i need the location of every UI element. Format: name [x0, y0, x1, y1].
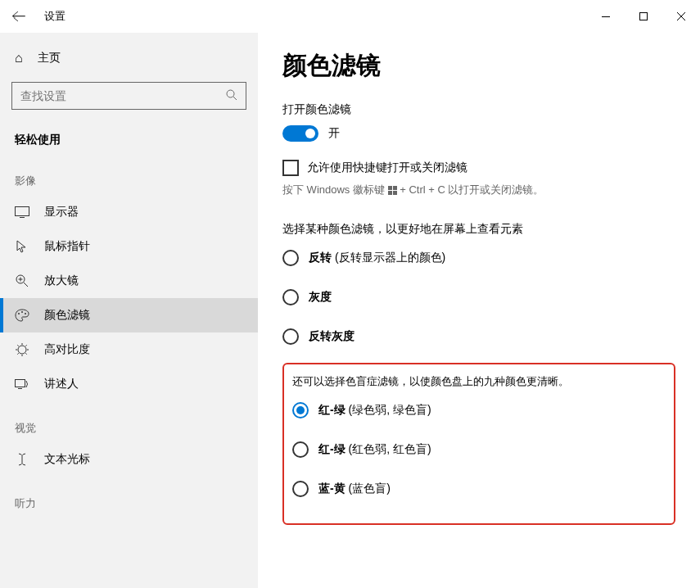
titlebar: 🡠 设置	[0, 0, 700, 33]
page-title: 颜色滤镜	[282, 49, 675, 83]
svg-rect-24	[16, 380, 25, 387]
main-content: 颜色滤镜 打开颜色滤镜 开 允许使用快捷键打开或关闭滤镜 按下 Windows …	[258, 33, 700, 588]
titlebar-left: 🡠 设置	[11, 8, 65, 25]
svg-rect-31	[388, 186, 392, 190]
magnifier-icon	[15, 274, 29, 287]
nav-label: 颜色滤镜	[44, 308, 90, 323]
toggle-row: 开	[282, 125, 675, 142]
svg-point-15	[18, 346, 26, 354]
close-button[interactable]	[662, 3, 700, 29]
radio-inverted[interactable]: 反转 (反转显示器上的颜色)	[282, 250, 675, 266]
svg-rect-0	[602, 16, 610, 17]
radio-label: 蓝-黄 (蓝色盲)	[318, 482, 391, 496]
svg-rect-33	[388, 191, 392, 195]
nav-highcontrast[interactable]: 高对比度	[0, 332, 258, 367]
shortcut-hint: 按下 Windows 徽标键 + Ctrl + C 以打开或关闭滤镜。	[282, 183, 675, 197]
nav-label: 放大镜	[44, 274, 79, 288]
radio-grayscale[interactable]: 灰度	[282, 289, 675, 305]
svg-line-22	[17, 353, 19, 355]
palette-icon	[15, 309, 29, 322]
nav-magnifier[interactable]: 放大镜	[0, 264, 258, 298]
textcursor-icon	[15, 453, 29, 466]
home-icon: ⌂	[15, 51, 23, 66]
svg-rect-1	[640, 13, 648, 20]
windows-logo-icon	[388, 186, 397, 195]
toggle-knob	[305, 129, 315, 138]
sidebar: ⌂ 主页 轻松使用 影像 显示器 鼠标指针 放大镜	[0, 33, 258, 588]
section-visual: 影像	[0, 154, 258, 195]
toggle-section-label: 打开颜色滤镜	[282, 102, 675, 117]
radio-icon	[292, 402, 309, 418]
radio-label: 红-绿 (红色弱, 红色盲)	[318, 442, 431, 457]
radio-icon	[292, 481, 309, 497]
search-box[interactable]	[11, 82, 246, 110]
radio-label: 灰度	[309, 290, 332, 305]
radio-icon	[282, 328, 299, 345]
svg-point-12	[18, 313, 20, 314]
toggle-state-label: 开	[328, 126, 340, 141]
svg-line-27	[19, 454, 21, 455]
nav-label: 显示器	[44, 205, 79, 219]
radio-protanopia[interactable]: 红-绿 (红色弱, 红色盲)	[292, 441, 666, 458]
svg-line-29	[19, 464, 21, 465]
svg-line-23	[25, 345, 27, 346]
radio-icon	[282, 289, 299, 305]
svg-line-9	[24, 283, 28, 287]
svg-line-5	[233, 97, 237, 100]
nav-display[interactable]: 显示器	[0, 195, 258, 229]
nav-label: 鼠标指针	[44, 239, 90, 254]
maximize-button[interactable]	[625, 3, 662, 29]
shortcut-checkbox[interactable]	[282, 160, 299, 176]
radio-icon	[282, 250, 299, 266]
cursor-icon	[15, 240, 29, 253]
display-icon	[15, 206, 29, 218]
colorblind-highlight: 还可以选择色盲症滤镜，以使颜色盘上的九种颜色更清晰。 红-绿 (绿色弱, 绿色盲…	[282, 363, 675, 525]
svg-line-20	[17, 345, 19, 346]
svg-point-13	[21, 311, 23, 313]
back-button[interactable]: 🡠	[11, 8, 26, 25]
nav-label: 讲述人	[44, 377, 79, 391]
section-hearing: 听力	[0, 477, 258, 518]
radio-label: 反转灰度	[309, 329, 355, 344]
nav-cursor[interactable]: 鼠标指针	[0, 229, 258, 264]
section-vision2: 视觉	[0, 401, 258, 442]
radio-deuteranopia[interactable]: 红-绿 (绿色弱, 绿色盲)	[292, 402, 666, 418]
colorblind-desc: 还可以选择色盲症滤镜，以使颜色盘上的九种颜色更清晰。	[292, 374, 666, 389]
nav-textcursor[interactable]: 文本光标	[0, 442, 258, 477]
narrator-icon	[15, 378, 29, 390]
window-controls	[587, 3, 700, 29]
svg-point-14	[25, 313, 26, 314]
nav-narrator[interactable]: 讲述人	[0, 367, 258, 401]
svg-point-4	[227, 90, 234, 97]
radio-label: 反转 (反转显示器上的颜色)	[309, 251, 445, 265]
radio-tritanopia[interactable]: 蓝-黄 (蓝色盲)	[292, 481, 666, 497]
nav-label: 文本光标	[44, 452, 90, 467]
shortcut-checkbox-label: 允许使用快捷键打开或关闭滤镜	[307, 161, 467, 175]
minimize-button[interactable]	[587, 3, 625, 29]
svg-line-21	[25, 353, 27, 355]
search-input[interactable]	[20, 89, 226, 102]
svg-rect-6	[16, 207, 29, 216]
search-icon	[226, 89, 237, 103]
home-label: 主页	[38, 51, 61, 66]
shortcut-checkbox-row: 允许使用快捷键打开或关闭滤镜	[282, 160, 675, 176]
contrast-icon	[15, 343, 29, 356]
home-nav[interactable]: ⌂ 主页	[0, 43, 258, 74]
nav-label: 高对比度	[44, 342, 90, 357]
color-filter-toggle[interactable]	[282, 125, 318, 142]
svg-line-30	[23, 464, 25, 465]
category-header: 轻松使用	[0, 118, 258, 154]
radio-label: 红-绿 (绿色弱, 绿色盲)	[318, 403, 431, 418]
radio-icon	[292, 441, 309, 458]
svg-line-28	[23, 454, 25, 455]
nav-colorfilters[interactable]: 颜色滤镜	[0, 298, 258, 332]
radio-grayinverted[interactable]: 反转灰度	[282, 328, 675, 345]
window-title: 设置	[44, 9, 65, 24]
filter-section-desc: 选择某种颜色滤镜，以更好地在屏幕上查看元素	[282, 222, 675, 237]
